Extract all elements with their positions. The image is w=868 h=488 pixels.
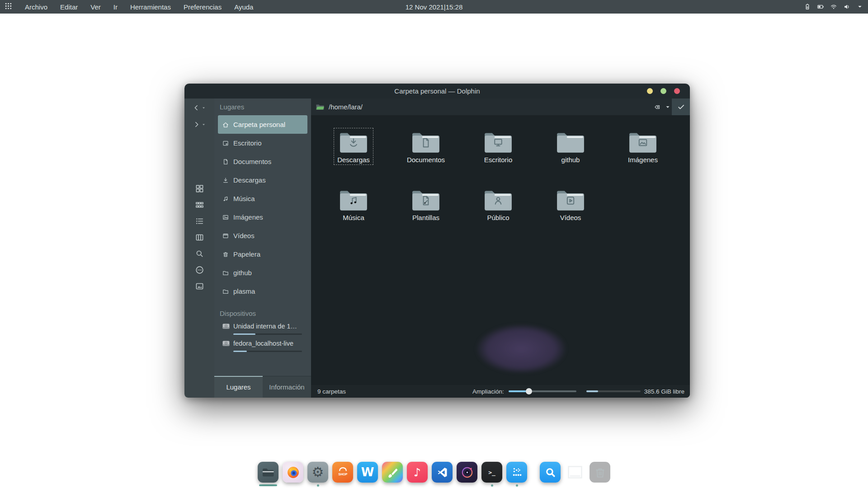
firefox-icon [283, 462, 303, 483]
battery-vertical-icon[interactable] [804, 3, 811, 10]
dock-item-music-player[interactable]: ♪ [407, 462, 428, 483]
dock-item-show-desktop[interactable] [565, 462, 585, 483]
back-button[interactable] [193, 99, 206, 116]
menu-item-ir[interactable]: Ir [108, 1, 123, 13]
device-capacity-bar [233, 333, 302, 335]
places-header: Lugares [214, 99, 311, 115]
dock-item-trash[interactable] [590, 462, 610, 483]
sidebar-item-github[interactable]: github [218, 263, 307, 282]
folder-musica[interactable]: Música [317, 186, 390, 244]
battery-icon[interactable] [817, 3, 824, 10]
dock-item-app-store[interactable]: SHOP [332, 462, 353, 483]
location-bar[interactable]: /home/lara/ [311, 99, 690, 115]
dock-item-dev-tools[interactable] [506, 462, 527, 487]
folder-videos[interactable]: Vídeos [534, 186, 607, 244]
minimize-button[interactable] [647, 88, 653, 94]
panel-tabs: LugaresInformación [214, 376, 311, 398]
menu-item-editar[interactable]: Editar [55, 1, 83, 13]
status-circle-icon[interactable] [194, 265, 204, 275]
sidebar-item-descargas[interactable]: Descargas [218, 171, 307, 189]
dock-item-system-settings[interactable]: ⚙ [307, 462, 328, 487]
device-item-unidad-interna-de-1-[interactable]: Unidad interna de 1… [218, 320, 307, 335]
menu-item-ayuda[interactable]: Ayuda [229, 1, 258, 13]
folder-icon [483, 130, 513, 154]
folder-icon [411, 188, 441, 212]
search-icon [540, 462, 561, 483]
view-details-icon[interactable] [194, 216, 204, 226]
folder-plantillas[interactable]: Plantillas [390, 186, 462, 244]
free-space-label: 385.6 GiB libre [644, 388, 684, 395]
top-menubar: ArchivoEditarVerIrHerramientasPreferenci… [0, 0, 868, 14]
folder-imagenes[interactable]: Imágenes [607, 128, 679, 186]
wifi-icon[interactable] [830, 3, 837, 10]
clock[interactable]: 12 Nov 2021|15:28 [406, 0, 463, 14]
dock-running-indicator [259, 484, 277, 486]
sidebar-item-label: Imágenes [233, 213, 263, 221]
folder-label: github [561, 156, 580, 164]
maximize-button[interactable] [660, 88, 666, 94]
location-dropdown-icon[interactable] [664, 99, 672, 115]
device-label: fedora_localhost-live [233, 340, 293, 347]
apps-grid-icon[interactable] [3, 0, 17, 13]
dock-item-paint[interactable] [382, 462, 403, 483]
sidebar-item-plasma[interactable]: plasma [218, 282, 307, 300]
devices-header: Dispositivos [214, 308, 311, 319]
wps-office-icon: W [357, 462, 378, 483]
view-compact-icon[interactable] [194, 200, 204, 210]
sidebar-item-label: Vídeos [233, 232, 255, 239]
zoom-slider[interactable] [509, 390, 576, 392]
view-grid-icon[interactable] [194, 183, 204, 193]
dock-item-terminal[interactable]: >_ [481, 462, 502, 487]
menu-item-ver[interactable]: Ver [85, 1, 106, 13]
dock-running-indicator [516, 484, 518, 487]
hard-drive-icon [222, 323, 230, 330]
device-capacity-bar [233, 351, 302, 352]
folder-documentos[interactable]: Documentos [390, 128, 462, 186]
search-icon[interactable] [194, 249, 204, 258]
panel-tab-lugares[interactable]: Lugares [214, 376, 263, 398]
music-player-icon: ♪ [407, 462, 428, 483]
folder-escritorio[interactable]: Escritorio [462, 128, 534, 186]
close-button[interactable] [674, 88, 680, 94]
folder-publico[interactable]: Público [462, 186, 534, 244]
sidebar-item-label: plasma [233, 287, 255, 295]
dolphin-window: Carpeta personal — Dolphin Lugares Carpe… [184, 84, 690, 398]
dock-item-vscode[interactable] [432, 462, 453, 483]
folder-grid-area: DescargasDocumentosEscritoriogithubImáge… [311, 115, 690, 385]
folder-descargas[interactable]: Descargas [317, 128, 390, 186]
forward-button[interactable] [193, 116, 206, 133]
clear-location-icon[interactable] [650, 99, 664, 115]
toolstrip [184, 99, 214, 398]
preview-image-icon[interactable] [194, 281, 204, 291]
sidebar-item-imagenes[interactable]: Imágenes [218, 208, 307, 226]
dock-item-firefox[interactable] [283, 462, 303, 483]
dock-item-file-manager[interactable] [258, 462, 278, 486]
menu-item-preferencias[interactable]: Preferencias [179, 1, 226, 13]
folder-icon [411, 130, 441, 154]
sidebar-item-label: Escritorio [233, 139, 262, 147]
window-titlebar[interactable]: Carpeta personal — Dolphin [184, 84, 690, 99]
volume-icon[interactable] [843, 3, 850, 10]
menu-item-herramientas[interactable]: Herramientas [125, 1, 176, 13]
sidebar-item-escritorio[interactable]: Escritorio [218, 134, 307, 152]
chevron-down-icon[interactable] [856, 3, 863, 10]
sidebar-item-label: Papelera [233, 250, 260, 258]
sidebar-item-papelera[interactable]: Papelera [218, 245, 307, 263]
folder-github[interactable]: github [534, 128, 607, 186]
panel-tab-informacion[interactable]: Información [263, 376, 311, 398]
sidebar-item-documentos[interactable]: Documentos [218, 152, 307, 171]
paint-icon [382, 462, 403, 483]
accept-location-icon[interactable] [672, 99, 690, 115]
view-columns-icon[interactable] [194, 232, 204, 242]
sidebar-item-musica[interactable]: Música [218, 189, 307, 208]
device-item-fedora-localhost-live[interactable]: fedora_localhost-live [218, 338, 307, 352]
zoom-slider-handle[interactable] [526, 388, 532, 394]
dock-item-wps-office[interactable]: W [357, 462, 378, 483]
dock-item-camera[interactable] [457, 462, 477, 483]
system-tray[interactable] [804, 3, 868, 10]
sidebar-item-carpeta-personal[interactable]: Carpeta personal [218, 115, 307, 134]
dock-item-search[interactable] [540, 462, 561, 483]
folder-view: /home/lara/ DescargasDocumentosEscritori… [311, 99, 690, 398]
menu-item-archivo[interactable]: Archivo [20, 1, 52, 13]
sidebar-item-videos[interactable]: Vídeos [218, 226, 307, 245]
